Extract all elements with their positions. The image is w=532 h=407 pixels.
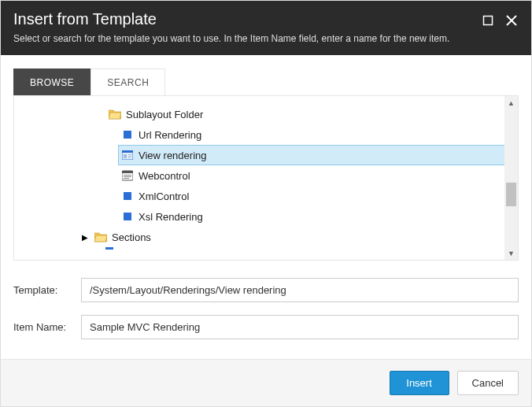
svg-rect-17 (105, 247, 113, 250)
close-icon[interactable] (504, 13, 519, 28)
tree-node-url-rendering[interactable]: Url Rendering (118, 124, 518, 145)
svg-rect-8 (128, 156, 131, 157)
rendering-icon (121, 210, 134, 223)
view-rendering-icon (121, 149, 134, 161)
dialog-title: Insert from Template (13, 10, 481, 28)
header-text: Insert from Template Select or search fo… (13, 10, 481, 44)
folder-icon (109, 108, 121, 120)
tree-node-xmlcontrol[interactable]: XmlControl (118, 186, 518, 206)
svg-rect-9 (128, 157, 131, 158)
rendering-icon (121, 190, 134, 202)
vertical-scrollbar[interactable]: ▲ ▼ (504, 96, 518, 260)
template-row: Template: (13, 278, 519, 302)
tree-label: Xsl Rendering (139, 211, 203, 223)
svg-rect-11 (122, 171, 133, 173)
tree-node-sublayout-folder[interactable]: Sublayout Folder (105, 104, 518, 124)
svg-rect-13 (124, 176, 131, 177)
template-label: Template: (13, 284, 75, 296)
itemname-input[interactable] (81, 315, 519, 339)
dialog-footer: Insert Cancel (1, 359, 531, 406)
dialog-subtitle: Select or search for the template you wa… (13, 33, 481, 44)
svg-rect-15 (124, 192, 131, 200)
rendering-icon (121, 128, 134, 141)
tree-node-webcontrol[interactable]: Webcontrol (118, 165, 518, 186)
tree-label: Sublayout Folder (126, 109, 203, 120)
maximize-icon[interactable] (481, 13, 495, 28)
scroll-up-icon[interactable]: ▲ (504, 96, 518, 109)
svg-rect-7 (128, 154, 131, 155)
dialog-header: Insert from Template Select or search fo… (1, 1, 531, 55)
template-tree: Sublayout Folder Url Rendering View rend… (14, 96, 518, 260)
tab-browse[interactable]: BROWSE (13, 68, 91, 96)
svg-rect-0 (484, 17, 493, 25)
tree-node-sections[interactable]: ▶ Sections (77, 227, 518, 247)
svg-rect-14 (124, 178, 129, 179)
itemname-label: Item Name: (13, 321, 75, 333)
tree-label: Url Rendering (139, 129, 201, 141)
tree-label: View rendering (139, 150, 206, 161)
itemname-row: Item Name: (13, 315, 519, 339)
svg-rect-16 (124, 213, 131, 220)
tab-search[interactable]: SEARCH (91, 68, 165, 96)
tree-node-xsl-rendering[interactable]: Xsl Rendering (118, 206, 518, 227)
svg-rect-5 (122, 150, 133, 153)
svg-rect-12 (124, 175, 131, 176)
tree-label: XmlControl (139, 191, 189, 202)
tree-node-view-rendering[interactable]: View rendering (118, 145, 518, 165)
folder-icon (94, 231, 107, 243)
webcontrol-icon (121, 169, 134, 182)
cancel-button[interactable]: Cancel (457, 371, 519, 395)
header-controls (481, 10, 519, 28)
scroll-down-icon[interactable]: ▼ (504, 246, 518, 260)
insert-from-template-dialog: Insert from Template Select or search fo… (0, 0, 532, 407)
template-tree-panel: Sublayout Folder Url Rendering View rend… (13, 95, 519, 261)
tree-label: Webcontrol (139, 170, 190, 182)
form-area: Template: Item Name: (1, 261, 531, 339)
expand-caret-icon[interactable]: ▶ (80, 233, 90, 242)
tree-partial-row (105, 247, 518, 257)
svg-rect-6 (124, 154, 127, 158)
template-input[interactable] (81, 278, 519, 302)
scroll-thumb[interactable] (506, 183, 516, 206)
tab-bar: BROWSE SEARCH (1, 55, 531, 95)
tree-label: Sections (112, 231, 151, 243)
svg-rect-3 (124, 131, 131, 139)
insert-button[interactable]: Insert (390, 371, 449, 395)
